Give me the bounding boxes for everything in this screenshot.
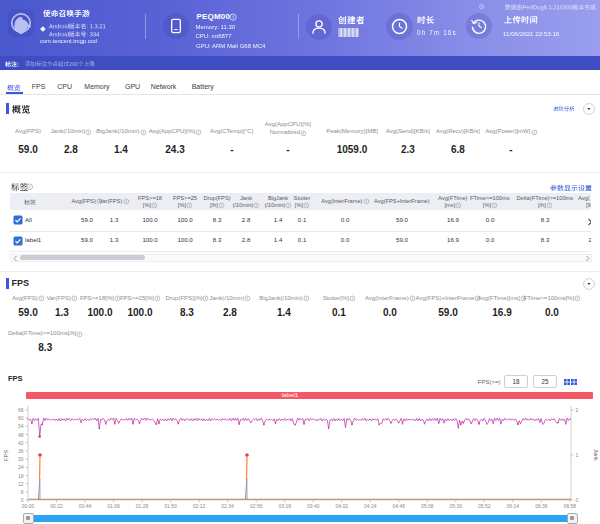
svg-text:54: 54 — [18, 423, 24, 429]
svg-text:48: 48 — [18, 432, 24, 438]
svg-text:30: 30 — [18, 456, 24, 462]
svg-text:01:28: 01:28 — [136, 503, 149, 509]
svg-text:04:02: 04:02 — [335, 503, 348, 509]
svg-text:2: 2 — [576, 407, 579, 413]
svg-text:02:34: 02:34 — [221, 503, 234, 509]
svg-text:1: 1 — [576, 452, 579, 458]
svg-text:36: 36 — [18, 448, 24, 454]
svg-text:06:36: 06:36 — [535, 503, 548, 509]
svg-text:01:50: 01:50 — [164, 503, 177, 509]
svg-text:05:30: 05:30 — [450, 503, 463, 509]
svg-text:0: 0 — [576, 497, 579, 503]
svg-text:02:56: 02:56 — [250, 503, 263, 509]
svg-text:06:14: 06:14 — [507, 503, 520, 509]
svg-text:05:52: 05:52 — [478, 503, 491, 509]
svg-text:0: 0 — [21, 497, 24, 503]
svg-text:03:40: 03:40 — [307, 503, 320, 509]
svg-text:06:58: 06:58 — [564, 503, 577, 509]
svg-text:03:18: 03:18 — [278, 503, 291, 509]
svg-text:18: 18 — [18, 473, 24, 479]
svg-text:66: 66 — [18, 407, 24, 413]
svg-text:05:08: 05:08 — [421, 503, 434, 509]
svg-text:00:00: 00:00 — [22, 503, 35, 509]
svg-text:24: 24 — [18, 464, 24, 470]
svg-text:00:22: 00:22 — [50, 503, 63, 509]
svg-text:01:06: 01:06 — [107, 503, 120, 509]
svg-text:02:12: 02:12 — [193, 503, 206, 509]
svg-text:FPS: FPS — [3, 450, 9, 461]
svg-text:Jank: Jank — [593, 449, 599, 461]
svg-text:6: 6 — [21, 489, 24, 495]
svg-text:00:44: 00:44 — [79, 503, 92, 509]
svg-text:04:24: 04:24 — [364, 503, 377, 509]
svg-text:04:46: 04:46 — [393, 503, 406, 509]
svg-text:60: 60 — [18, 415, 24, 421]
svg-text:12: 12 — [18, 481, 24, 487]
svg-text:42: 42 — [18, 440, 24, 446]
